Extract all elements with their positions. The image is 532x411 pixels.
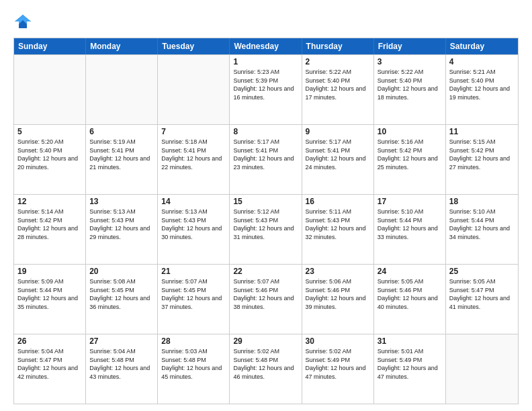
day-number: 9: [306, 127, 370, 136]
calendar-cell: 24Sunrise: 5:05 AM Sunset: 5:46 PM Dayli…: [374, 265, 446, 334]
calendar-cell: 3Sunrise: 5:22 AM Sunset: 5:40 PM Daylig…: [374, 55, 446, 124]
day-info: Sunrise: 5:22 AM Sunset: 5:40 PM Dayligh…: [378, 68, 442, 101]
calendar-cell: [14, 55, 86, 124]
day-number: 17: [378, 197, 442, 206]
calendar-cell: 12Sunrise: 5:14 AM Sunset: 5:42 PM Dayli…: [14, 195, 86, 264]
day-number: 16: [306, 197, 370, 206]
day-info: Sunrise: 5:12 AM Sunset: 5:43 PM Dayligh…: [233, 208, 298, 241]
calendar-header: SundayMondayTuesdayWednesdayThursdayFrid…: [14, 38, 518, 54]
calendar-cell: 4Sunrise: 5:21 AM Sunset: 5:40 PM Daylig…: [446, 55, 518, 124]
calendar-cell: [446, 334, 518, 404]
calendar-week-3: 12Sunrise: 5:14 AM Sunset: 5:42 PM Dayli…: [14, 194, 518, 264]
calendar-cell: 1Sunrise: 5:23 AM Sunset: 5:39 PM Daylig…: [230, 55, 302, 124]
day-number: 14: [161, 197, 226, 206]
calendar-cell: 7Sunrise: 5:18 AM Sunset: 5:41 PM Daylig…: [158, 125, 230, 194]
day-info: Sunrise: 5:11 AM Sunset: 5:43 PM Dayligh…: [306, 208, 370, 241]
day-info: Sunrise: 5:09 AM Sunset: 5:44 PM Dayligh…: [17, 277, 82, 311]
calendar-week-4: 19Sunrise: 5:09 AM Sunset: 5:44 PM Dayli…: [14, 264, 518, 334]
day-number: 31: [378, 336, 442, 346]
day-info: Sunrise: 5:05 AM Sunset: 5:47 PM Dayligh…: [449, 277, 515, 311]
day-info: Sunrise: 5:16 AM Sunset: 5:42 PM Dayligh…: [378, 138, 442, 171]
day-info: Sunrise: 5:23 AM Sunset: 5:39 PM Dayligh…: [233, 68, 298, 101]
day-number: 22: [233, 267, 298, 276]
calendar-cell: 25Sunrise: 5:05 AM Sunset: 5:47 PM Dayli…: [446, 265, 518, 334]
day-info: Sunrise: 5:06 AM Sunset: 5:46 PM Dayligh…: [306, 277, 370, 311]
day-number: 6: [89, 127, 154, 136]
calendar-cell: 18Sunrise: 5:10 AM Sunset: 5:44 PM Dayli…: [446, 195, 518, 264]
calendar-cell: [86, 55, 158, 124]
day-number: 4: [449, 57, 515, 66]
day-number: 13: [89, 197, 154, 206]
day-number: 8: [233, 127, 298, 136]
calendar-cell: 17Sunrise: 5:10 AM Sunset: 5:44 PM Dayli…: [374, 195, 446, 264]
day-info: Sunrise: 5:10 AM Sunset: 5:44 PM Dayligh…: [449, 208, 515, 241]
day-info: Sunrise: 5:17 AM Sunset: 5:41 PM Dayligh…: [306, 138, 370, 171]
day-number: 25: [449, 267, 515, 276]
day-info: Sunrise: 5:20 AM Sunset: 5:40 PM Dayligh…: [17, 138, 82, 171]
day-number: 3: [378, 57, 442, 66]
calendar-cell: 20Sunrise: 5:08 AM Sunset: 5:45 PM Dayli…: [86, 265, 158, 334]
calendar-cell: 6Sunrise: 5:19 AM Sunset: 5:41 PM Daylig…: [86, 125, 158, 194]
calendar-week-2: 5Sunrise: 5:20 AM Sunset: 5:40 PM Daylig…: [14, 124, 518, 194]
day-number: 5: [17, 127, 82, 136]
day-info: Sunrise: 5:13 AM Sunset: 5:43 PM Dayligh…: [161, 208, 226, 241]
calendar-cell: 30Sunrise: 5:02 AM Sunset: 5:49 PM Dayli…: [302, 334, 374, 404]
calendar-body: 1Sunrise: 5:23 AM Sunset: 5:39 PM Daylig…: [14, 54, 518, 404]
calendar-cell: 10Sunrise: 5:16 AM Sunset: 5:42 PM Dayli…: [374, 125, 446, 194]
calendar-cell: 28Sunrise: 5:03 AM Sunset: 5:48 PM Dayli…: [158, 334, 230, 404]
day-info: Sunrise: 5:02 AM Sunset: 5:49 PM Dayligh…: [306, 347, 370, 381]
day-info: Sunrise: 5:22 AM Sunset: 5:40 PM Dayligh…: [306, 68, 370, 101]
calendar-cell: 15Sunrise: 5:12 AM Sunset: 5:43 PM Dayli…: [230, 195, 302, 264]
calendar-cell: [158, 55, 230, 124]
day-number: 20: [89, 267, 154, 276]
calendar-cell: 16Sunrise: 5:11 AM Sunset: 5:43 PM Dayli…: [302, 195, 374, 264]
calendar-weekday-friday: Friday: [374, 38, 446, 54]
day-number: 18: [449, 197, 515, 206]
logo-icon: [13, 12, 32, 31]
calendar-weekday-tuesday: Tuesday: [158, 38, 230, 54]
day-info: Sunrise: 5:08 AM Sunset: 5:45 PM Dayligh…: [89, 277, 154, 311]
calendar-cell: 8Sunrise: 5:17 AM Sunset: 5:41 PM Daylig…: [230, 125, 302, 194]
day-info: Sunrise: 5:17 AM Sunset: 5:41 PM Dayligh…: [233, 138, 298, 171]
day-info: Sunrise: 5:21 AM Sunset: 5:40 PM Dayligh…: [449, 68, 515, 101]
calendar-weekday-thursday: Thursday: [302, 38, 374, 54]
calendar-weekday-sunday: Sunday: [14, 38, 86, 54]
day-number: 26: [17, 336, 82, 346]
calendar-cell: 14Sunrise: 5:13 AM Sunset: 5:43 PM Dayli…: [158, 195, 230, 264]
day-number: 15: [233, 197, 298, 206]
day-number: 10: [378, 127, 442, 136]
calendar-cell: 23Sunrise: 5:06 AM Sunset: 5:46 PM Dayli…: [302, 265, 374, 334]
calendar-cell: 22Sunrise: 5:07 AM Sunset: 5:46 PM Dayli…: [230, 265, 302, 334]
calendar-cell: 9Sunrise: 5:17 AM Sunset: 5:41 PM Daylig…: [302, 125, 374, 194]
day-info: Sunrise: 5:14 AM Sunset: 5:42 PM Dayligh…: [17, 208, 82, 241]
day-number: 24: [378, 267, 442, 276]
day-number: 19: [17, 267, 82, 276]
calendar-cell: 21Sunrise: 5:07 AM Sunset: 5:45 PM Dayli…: [158, 265, 230, 334]
day-number: 28: [161, 336, 226, 346]
calendar-cell: 13Sunrise: 5:13 AM Sunset: 5:43 PM Dayli…: [86, 195, 158, 264]
day-info: Sunrise: 5:04 AM Sunset: 5:48 PM Dayligh…: [89, 347, 154, 381]
calendar: SundayMondayTuesdayWednesdayThursdayFrid…: [13, 38, 519, 404]
day-info: Sunrise: 5:10 AM Sunset: 5:44 PM Dayligh…: [378, 208, 442, 241]
calendar-cell: 5Sunrise: 5:20 AM Sunset: 5:40 PM Daylig…: [14, 125, 86, 194]
calendar-week-5: 26Sunrise: 5:04 AM Sunset: 5:47 PM Dayli…: [14, 334, 518, 404]
day-info: Sunrise: 5:02 AM Sunset: 5:48 PM Dayligh…: [233, 347, 298, 381]
day-number: 27: [89, 336, 154, 346]
logo: [13, 12, 35, 31]
day-info: Sunrise: 5:13 AM Sunset: 5:43 PM Dayligh…: [89, 208, 154, 241]
day-info: Sunrise: 5:04 AM Sunset: 5:47 PM Dayligh…: [17, 347, 82, 381]
day-info: Sunrise: 5:03 AM Sunset: 5:48 PM Dayligh…: [161, 347, 226, 381]
day-number: 2: [306, 57, 370, 66]
day-number: 21: [161, 267, 226, 276]
page: SundayMondayTuesdayWednesdayThursdayFrid…: [0, 0, 532, 411]
calendar-cell: 26Sunrise: 5:04 AM Sunset: 5:47 PM Dayli…: [14, 334, 86, 404]
calendar-weekday-saturday: Saturday: [446, 38, 518, 54]
day-number: 23: [306, 267, 370, 276]
header: [13, 12, 519, 31]
day-info: Sunrise: 5:07 AM Sunset: 5:45 PM Dayligh…: [161, 277, 226, 311]
calendar-weekday-wednesday: Wednesday: [230, 38, 302, 54]
day-number: 11: [449, 127, 515, 136]
calendar-cell: 19Sunrise: 5:09 AM Sunset: 5:44 PM Dayli…: [14, 265, 86, 334]
calendar-cell: 31Sunrise: 5:01 AM Sunset: 5:49 PM Dayli…: [374, 334, 446, 404]
calendar-week-1: 1Sunrise: 5:23 AM Sunset: 5:39 PM Daylig…: [14, 54, 518, 124]
